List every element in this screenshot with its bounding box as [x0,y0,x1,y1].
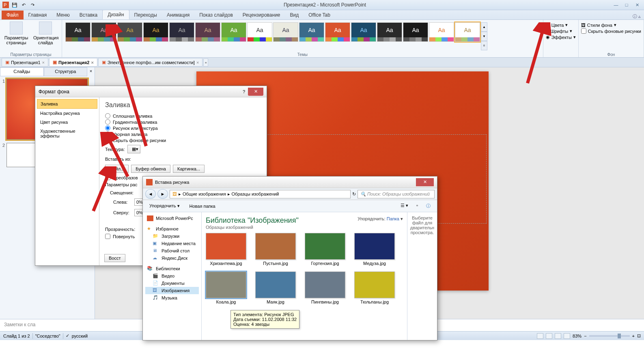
sidebar-favorites[interactable]: ★Избранное [145,225,199,233]
theme-thumb[interactable]: Aa [299,22,324,42]
file-button[interactable]: Файл... [105,165,129,173]
help-icon[interactable]: ⓘ [423,202,434,210]
theme-thumb[interactable]: Aa [91,22,116,42]
file-item[interactable]: Пустыня.jpg [255,233,296,266]
close-icon[interactable]: × [42,60,45,65]
sidebar-yadisk[interactable]: ☁Яндекс.Диск [145,254,199,262]
tab-design[interactable]: Дизайн [102,10,129,19]
view-slideshow-icon[interactable] [564,333,570,339]
tab-menu[interactable]: Меню [52,11,74,19]
sidebar-recent[interactable]: ▣Недавние места [145,240,199,247]
tab-insert[interactable]: Вставка [75,11,103,19]
folder-sidebar[interactable]: Microsoft PowerPc ★Избранное 📁Загрузки ▣… [143,212,202,340]
gallery-scroll[interactable]: ▲▼≡ [481,22,487,50]
pattern-fill-radio[interactable] [105,131,110,137]
close-icon[interactable]: × [91,60,93,65]
save-icon[interactable]: 💾 [11,1,19,9]
theme-thumb[interactable]: Aa [403,22,428,42]
effects-button[interactable]: ◉Эффекты ▾ [546,34,576,40]
tab-slides[interactable]: Слайды [0,67,44,76]
organize-button[interactable]: Упорядочить ▾ [146,202,183,210]
picture-fill-radio[interactable] [105,125,110,131]
theme-thumb[interactable]: Aa [221,22,246,42]
theme-thumb[interactable]: Aa [117,22,142,42]
fit-window-icon[interactable]: ⊡ [637,333,641,338]
hide-bg-checkbox[interactable] [105,138,110,143]
sidebar-libraries[interactable]: 📚Библиотеки [145,265,199,272]
doc-tab[interactable]: ▣Презентация1× [2,58,48,67]
doc-tab[interactable]: ▣Электронное портфо...им совместимости]× [98,58,203,67]
new-tab-button[interactable]: ▫ [203,58,208,67]
theme-thumb[interactable]: Aa [273,22,298,42]
colors-button[interactable]: ▦Цвета ▾ [546,22,576,28]
tile-checkbox[interactable] [105,175,110,180]
clipboard-button[interactable]: Буфер обмена [131,165,170,173]
file-item[interactable]: Пингвины.jpg [305,271,345,304]
zoom-level[interactable]: 83% [573,334,582,338]
sidebar-music[interactable]: 🎵Музыка [145,294,199,301]
spellcheck-icon[interactable]: ✓ [66,333,69,338]
nav-artistic-effects[interactable]: Художественные эффекты [37,127,97,140]
theme-thumb[interactable]: Aa [65,22,90,42]
theme-thumb[interactable]: Aa [351,22,376,42]
theme-thumb[interactable]: Aa [377,22,402,42]
nav-picture-corrections[interactable]: Настройка рисунка [37,109,97,118]
themes-gallery[interactable]: Aa Aa Aa Aa Aa Aa Aa Aa Aa Aa Aa Aa Aa A… [65,21,541,52]
path-breadcrumb[interactable]: 🖼 ▸ Общие изображения ▸ Образцы изображе… [170,190,351,198]
arrange-dropdown[interactable]: Упорядочить: Папка ▾ [358,216,403,222]
nav-picture-color[interactable]: Цвет рисунка [37,118,97,127]
background-styles-button[interactable]: 🖼Стили фона ▾ [581,22,641,28]
doc-tab[interactable]: ▣Презентация2× [49,58,97,67]
sidebar-desktop[interactable]: 🖥Рабочий стол [145,247,199,254]
hide-background-checkbox[interactable]: Скрыть фоновые рисунки [581,28,641,34]
zoom-slider[interactable] [589,335,630,337]
sidebar-pictures[interactable]: 🖼Изображения [145,287,199,294]
view-mode-icon[interactable]: ☰ ▾ [397,202,411,210]
language-indicator[interactable]: русский [72,334,88,338]
file-item[interactable]: Маяк.jpg [255,271,296,304]
help-icon[interactable]: ? [240,89,248,94]
nav-fill[interactable]: Заливка [37,99,97,109]
maximize-icon[interactable]: □ [622,1,631,9]
reset-button[interactable]: Восст [104,254,125,262]
view-normal-icon[interactable] [537,333,543,339]
clipart-button[interactable]: Картинка... [173,165,205,173]
close-icon[interactable]: ✕ [416,178,434,186]
file-item[interactable]: Хризантема.jpg [206,233,246,266]
rotate-checkbox[interactable] [105,234,110,239]
close-icon[interactable]: ✕ [248,88,263,96]
back-icon[interactable]: ◄ [145,189,156,199]
theme-thumb[interactable]: Aa [143,22,168,42]
powerpoint-icon[interactable]: P [2,1,10,9]
tab-transitions[interactable]: Переходы [129,11,162,19]
sidebar-powerpoint[interactable]: Microsoft PowerPc [145,215,199,222]
sidebar-documents[interactable]: 📄Документы [145,280,199,287]
ribbon-help-icon[interactable]: ⓘ ▵ [633,13,644,19]
dialog-titlebar[interactable]: Формат фона ? ✕ [35,86,267,97]
theme-thumb[interactable]: Aa [247,22,272,42]
tab-view[interactable]: Вид [285,11,304,19]
close-icon[interactable]: ✕ [633,1,642,9]
file-item[interactable]: Коала.jpg [206,271,246,304]
panel-close-icon[interactable]: × [87,67,95,76]
theme-thumb[interactable]: Aa [325,22,350,42]
new-folder-button[interactable]: Новая папка [186,202,219,210]
file-item[interactable]: Тюльпаны.jpg [354,271,395,304]
tab-officetab[interactable]: Office Tab [304,11,335,19]
zoom-out-icon[interactable]: − [584,334,586,338]
redo-icon[interactable]: ↷ [28,1,37,9]
refresh-icon[interactable]: ↻ [352,192,356,197]
tab-review[interactable]: Рецензирование [238,11,285,19]
tab-slideshow[interactable]: Показ слайдов [194,11,238,19]
preview-pane-icon[interactable]: ▫ [413,202,421,210]
theme-thumb[interactable]: Aa [429,22,454,42]
tab-home[interactable]: Главная [24,11,52,19]
slide-orientation-button[interactable]: Ориентация слайда [32,21,59,46]
search-input[interactable]: 🔍 Поиск: Образцы изображений [358,190,435,198]
sidebar-videos[interactable]: 🎬Видео [145,272,199,280]
dialog-titlebar[interactable]: Вставка рисунка ✕ [143,177,437,188]
fonts-button[interactable]: AШрифты ▾ [546,28,576,34]
minimize-icon[interactable]: — [612,1,620,9]
zoom-in-icon[interactable]: + [632,334,635,338]
page-setup-button[interactable]: Параметры страницы [2,21,30,46]
